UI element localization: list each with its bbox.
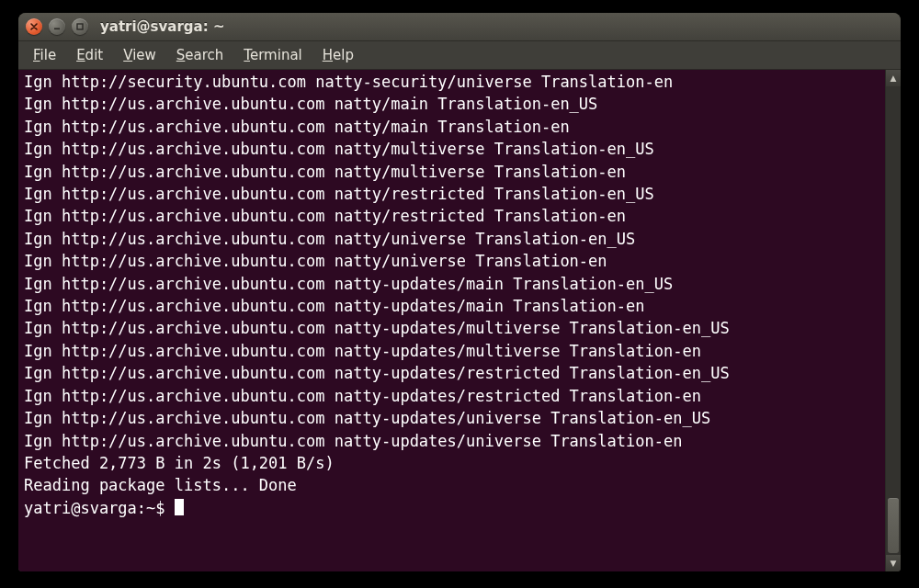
titlebar[interactable]: yatri@svarga: ~ [18, 13, 901, 41]
minimize-icon [52, 22, 62, 31]
maximize-icon [75, 22, 85, 31]
terminal-line: Ign http://us.archive.ubuntu.com natty-u… [24, 430, 881, 452]
terminal-line: Ign http://us.archive.ubuntu.com natty/m… [24, 138, 881, 160]
terminal-line: Ign http://security.ubuntu.com natty-sec… [24, 71, 881, 93]
terminal-line: Ign http://us.archive.ubuntu.com natty-u… [24, 362, 881, 384]
maximize-button[interactable] [72, 18, 88, 35]
terminal-line: Ign http://us.archive.ubuntu.com natty-u… [24, 317, 881, 339]
close-button[interactable] [26, 18, 42, 35]
scroll-down-button[interactable]: ▼ [886, 555, 901, 571]
terminal-line: Ign http://us.archive.ubuntu.com natty-u… [24, 407, 881, 429]
menu-help[interactable]: Help [313, 43, 363, 67]
menu-terminal[interactable]: Terminal [234, 43, 311, 67]
terminal-line: Ign http://us.archive.ubuntu.com natty/u… [24, 228, 881, 250]
terminal-line: Reading package lists... Done [24, 474, 881, 496]
scroll-thumb[interactable] [888, 498, 899, 553]
menubar: File Edit View Search Terminal Help [18, 41, 901, 70]
terminal-window: yatri@svarga: ~ File Edit View Search Te… [18, 13, 901, 571]
terminal-area: Ign http://security.ubuntu.com natty-sec… [18, 70, 901, 571]
terminal-line: Fetched 2,773 B in 2s (1,201 B/s) [24, 452, 881, 474]
scrollbar[interactable]: ▲ ▼ [885, 70, 901, 571]
terminal-line: Ign http://us.archive.ubuntu.com natty/r… [24, 205, 881, 227]
terminal-line: Ign http://us.archive.ubuntu.com natty-u… [24, 295, 881, 317]
scroll-track[interactable] [886, 86, 901, 555]
terminal-line: Ign http://us.archive.ubuntu.com natty-u… [24, 340, 881, 362]
scroll-up-button[interactable]: ▲ [886, 70, 901, 86]
close-icon [29, 22, 39, 31]
menu-edit[interactable]: Edit [67, 43, 112, 67]
terminal-output[interactable]: Ign http://security.ubuntu.com natty-sec… [18, 70, 885, 571]
terminal-line: Ign http://us.archive.ubuntu.com natty/m… [24, 161, 881, 183]
menu-search[interactable]: Search [167, 43, 233, 67]
window-title: yatri@svarga: ~ [100, 18, 224, 35]
terminal-line: Ign http://us.archive.ubuntu.com natty/m… [24, 116, 881, 138]
terminal-line: Ign http://us.archive.ubuntu.com natty-u… [24, 273, 881, 295]
svg-rect-0 [54, 28, 60, 30]
terminal-line: Ign http://us.archive.ubuntu.com natty/u… [24, 250, 881, 272]
terminal-line: Ign http://us.archive.ubuntu.com natty/r… [24, 183, 881, 205]
svg-rect-1 [77, 24, 83, 29]
menu-view[interactable]: View [114, 43, 165, 67]
terminal-line: Ign http://us.archive.ubuntu.com natty-u… [24, 385, 881, 407]
minimize-button[interactable] [49, 18, 65, 35]
terminal-line: Ign http://us.archive.ubuntu.com natty/m… [24, 93, 881, 115]
menu-file[interactable]: File [24, 43, 65, 67]
cursor [175, 499, 184, 515]
terminal-prompt[interactable]: yatri@svarga:~$ [24, 497, 881, 519]
